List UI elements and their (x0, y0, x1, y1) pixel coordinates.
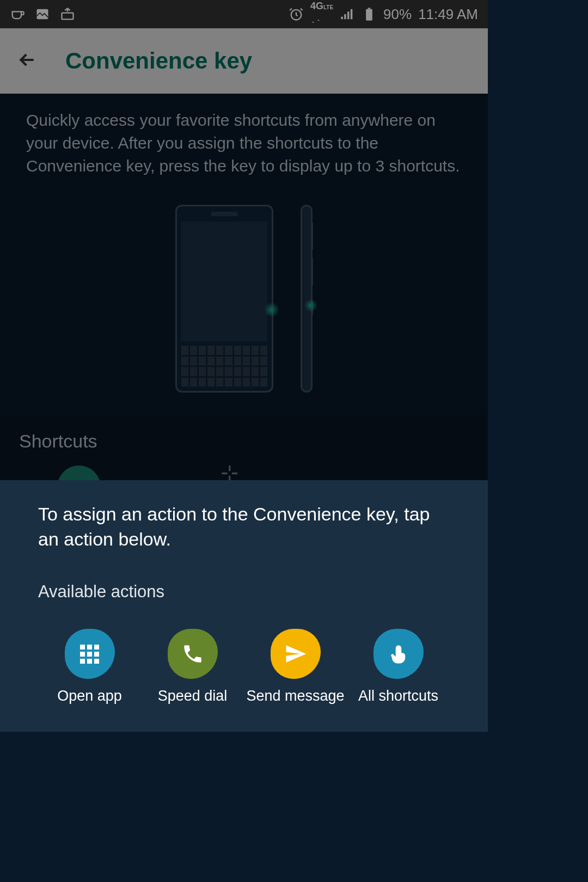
phone-icon (168, 629, 218, 679)
action-open-app[interactable]: Open app (38, 629, 141, 705)
tap-icon (373, 629, 424, 679)
grid-icon (65, 629, 115, 679)
svg-rect-4 (368, 8, 371, 9)
shortcuts-heading: Shortcuts (19, 431, 469, 452)
gallery-icon (35, 7, 50, 22)
clock-time: 11:49 AM (418, 6, 478, 23)
svg-rect-1 (62, 13, 74, 20)
back-button[interactable] (16, 49, 38, 73)
send-icon (271, 629, 321, 679)
alarm-icon (289, 7, 304, 22)
action-send-message[interactable]: Send message (244, 629, 347, 705)
phone-side-graphic (301, 205, 313, 393)
action-label: Open app (57, 688, 122, 705)
keyboard-icon (60, 7, 75, 22)
actions-row: Open app Speed dial Send message All sho… (38, 629, 450, 705)
bottom-sheet: To assign an action to the Convenience k… (0, 480, 488, 732)
action-speed-dial[interactable]: Speed dial (141, 629, 244, 705)
network-type: 4GLTE (310, 1, 333, 28)
action-label: Send message (246, 688, 344, 705)
sheet-subtitle: Available actions (38, 582, 450, 602)
app-bar: Convenience key (0, 28, 488, 94)
phone-front-graphic (175, 205, 273, 393)
description-text: Quickly access your favorite shortcuts f… (26, 109, 462, 177)
battery-icon (362, 7, 377, 22)
page-title: Convenience key (65, 48, 252, 74)
add-shortcut-icon[interactable]: ⊹ (220, 465, 239, 482)
sheet-title: To assign an action to the Convenience k… (38, 502, 450, 552)
action-label: Speed dial (158, 688, 228, 705)
phone-illustration (26, 177, 462, 414)
coffee-icon (10, 7, 25, 22)
svg-rect-3 (366, 9, 372, 21)
action-label: All shortcuts (358, 688, 438, 705)
main-content: Quickly access your favorite shortcuts f… (0, 94, 488, 414)
status-bar: 4GLTE 90% 11:49 AM (0, 0, 488, 28)
action-all-shortcuts[interactable]: All shortcuts (347, 629, 450, 705)
shortcut-slot[interactable] (57, 465, 101, 482)
battery-percent: 90% (383, 6, 412, 23)
signal-icon (340, 7, 355, 22)
